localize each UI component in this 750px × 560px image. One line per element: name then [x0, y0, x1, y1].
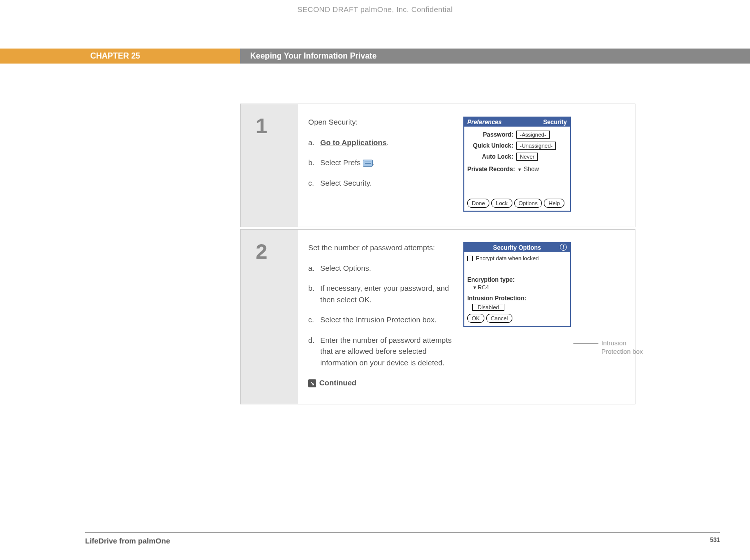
intrusion-callout: Intrusion Protection box [573, 339, 653, 356]
step-1b: b. Select Prefs . [308, 157, 458, 169]
prefs-icon [363, 160, 373, 167]
palm2-intrusion-value: -Disabled- [472, 304, 504, 311]
palm1-quick-value: -Unassigned- [516, 142, 556, 150]
palm2-enctype-label: Encryption type: [467, 276, 567, 283]
step-1-number: 1 [256, 114, 298, 138]
palm1-password-label: Password: [467, 131, 513, 138]
chapter-label: CHAPTER 25 [0, 49, 240, 64]
footer-page-number: 531 [710, 536, 720, 545]
palm2-enctype-value: RC4 [478, 284, 489, 290]
encrypt-checkbox [467, 256, 473, 261]
step-1c: c. Select Security. [308, 178, 458, 189]
step-2c: c. Select the Intrusion Protection box. [308, 314, 458, 326]
palm2-ok-button: OK [467, 314, 484, 323]
palm1-password-value: -Assigned- [516, 131, 550, 139]
chapter-bar: CHAPTER 25 Keeping Your Information Priv… [0, 49, 750, 64]
step-2a: a. Select Options. [308, 263, 458, 274]
palm1-help-button: Help [544, 199, 564, 208]
step-2-number: 2 [256, 240, 298, 264]
palm1-auto-label: Auto Lock: [467, 153, 513, 160]
palm1-quick-label: Quick Unlock: [467, 142, 513, 149]
palm1-options-button: Options [514, 199, 542, 208]
go-to-applications-link[interactable]: Go to Applications [320, 138, 387, 147]
palm-preferences-screenshot: Preferences Security Password: -Assigned… [463, 117, 571, 212]
chapter-title: Keeping Your Information Private [240, 49, 750, 64]
step-2-block: 2 Set the number of password attempts: a… [240, 229, 635, 404]
footer-product: LifeDrive from palmOne [85, 536, 170, 545]
palm1-done-button: Done [467, 199, 489, 208]
step-2-intro: Set the number of password attempts: [308, 242, 458, 254]
callout-text: Intrusion Protection box [598, 339, 653, 356]
info-icon: i [560, 244, 567, 251]
step-1-intro: Open Security: [308, 117, 458, 128]
palm1-title-right: Security [543, 119, 567, 126]
palm2-intrusion-label: Intrusion Protection: [467, 295, 567, 302]
step-2b: b. If necessary, enter your password, an… [308, 283, 458, 305]
dropdown-arrow-icon: ▾ [518, 167, 521, 172]
page-footer: LifeDrive from palmOne 531 [85, 532, 720, 545]
palm2-cancel-button: Cancel [486, 314, 512, 323]
step-1a: a. Go to Applications. [308, 137, 458, 149]
palm1-title-left: Preferences [467, 119, 502, 126]
palm1-lock-button: Lock [491, 199, 512, 208]
continued-arrow-icon: ↘ [308, 379, 316, 387]
step-1-block: 1 Open Security: a. Go to Applications. … [240, 104, 635, 227]
palm1-auto-value: Never [516, 153, 538, 161]
dropdown-arrow-icon: ▾ [473, 284, 476, 290]
palm2-encrypt-label: Encrypt data when locked [476, 255, 539, 261]
continued-marker: ↘Continued [308, 377, 458, 389]
palm1-private-value: Show [524, 166, 539, 173]
palm1-private-label: Private Records: [467, 166, 515, 173]
step-2d: d. Enter the number of password attempts… [308, 335, 458, 369]
palm-security-options-screenshot: Security Options i Encrypt data when loc… [463, 242, 571, 327]
palm2-title: Security Options [493, 244, 541, 251]
draft-header: SECOND DRAFT palmOne, Inc. Confidential [0, 5, 750, 14]
